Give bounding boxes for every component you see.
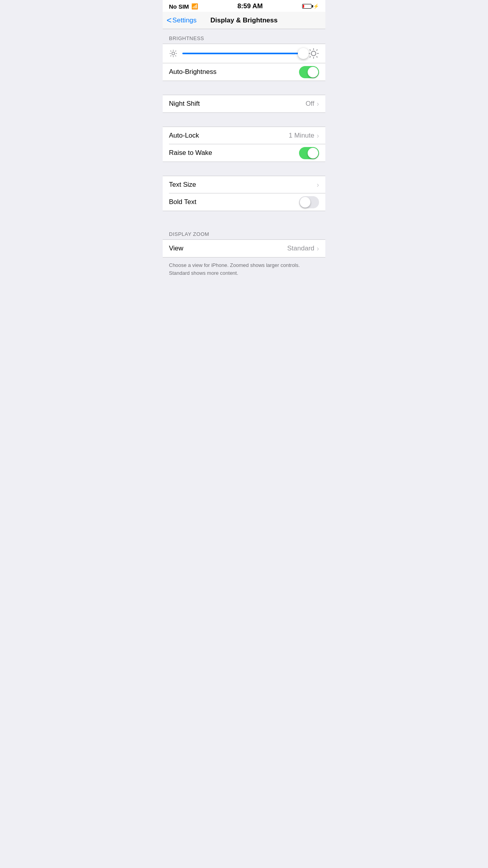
wifi-icon: 📶 xyxy=(191,3,198,9)
night-shift-value: Off xyxy=(306,100,314,108)
raise-to-wake-knob xyxy=(308,148,318,158)
view-value: Standard xyxy=(287,245,314,252)
display-zoom-header: DISPLAY ZOOM xyxy=(163,225,325,239)
sun-large-icon xyxy=(308,48,319,59)
auto-brightness-row[interactable]: Auto-Brightness xyxy=(163,63,325,81)
carrier-label: No SIM xyxy=(169,3,189,10)
text-size-chevron-icon: › xyxy=(317,181,319,189)
zoom-group: View Standard › xyxy=(163,239,325,257)
brightness-group: Auto-Brightness xyxy=(163,44,325,81)
back-button[interactable]: < Settings xyxy=(167,16,196,25)
auto-brightness-label: Auto-Brightness xyxy=(169,68,216,76)
brightness-section-header: BRIGHTNESS xyxy=(163,29,325,44)
text-size-row[interactable]: Text Size › xyxy=(163,176,325,193)
bold-text-label: Bold Text xyxy=(169,198,196,206)
nav-bar: < Settings Display & Brightness xyxy=(163,12,325,29)
spacer-2 xyxy=(163,113,325,127)
bold-text-row[interactable]: Bold Text xyxy=(163,193,325,211)
night-shift-value-container: Off › xyxy=(306,100,319,108)
raise-to-wake-row[interactable]: Raise to Wake xyxy=(163,144,325,162)
charging-icon: ⚡ xyxy=(313,4,319,9)
text-size-right: › xyxy=(317,181,319,189)
status-left: No SIM 📶 xyxy=(169,3,198,10)
svg-line-14 xyxy=(310,50,310,50)
auto-lock-row[interactable]: Auto-Lock 1 Minute › xyxy=(163,127,325,144)
view-value-container: Standard › xyxy=(287,245,319,253)
auto-lock-label: Auto-Lock xyxy=(169,132,199,140)
brightness-track[interactable] xyxy=(182,53,303,54)
bold-text-knob xyxy=(300,197,310,208)
back-label[interactable]: Settings xyxy=(172,17,196,24)
night-shift-label: Night Shift xyxy=(169,100,200,108)
night-shift-row[interactable]: Night Shift Off › xyxy=(163,95,325,112)
night-shift-group: Night Shift Off › xyxy=(163,95,325,113)
svg-line-15 xyxy=(316,56,317,57)
text-group: Text Size › Bold Text xyxy=(163,176,325,211)
svg-line-17 xyxy=(310,56,310,57)
page-title: Display & Brightness xyxy=(211,17,278,24)
auto-brightness-toggle[interactable] xyxy=(299,66,319,78)
auto-lock-chevron-icon: › xyxy=(317,132,319,140)
auto-lock-value-container: 1 Minute › xyxy=(289,132,319,140)
svg-line-16 xyxy=(316,50,317,50)
view-row[interactable]: View Standard › xyxy=(163,240,325,257)
battery-body xyxy=(302,4,312,9)
spacer-1 xyxy=(163,81,325,95)
auto-lock-value: 1 Minute xyxy=(289,132,314,140)
brightness-slider-row[interactable] xyxy=(163,44,325,63)
raise-to-wake-label: Raise to Wake xyxy=(169,149,212,157)
battery-fill xyxy=(303,5,304,8)
auto-brightness-knob xyxy=(308,67,318,77)
view-label: View xyxy=(169,245,183,252)
svg-line-6 xyxy=(175,55,176,56)
svg-point-0 xyxy=(172,52,174,55)
status-bar: No SIM 📶 8:59 AM ⚡ xyxy=(163,0,325,12)
status-right: ⚡ xyxy=(302,4,319,9)
svg-line-8 xyxy=(171,55,171,56)
text-size-label: Text Size xyxy=(169,181,196,189)
svg-line-7 xyxy=(175,51,176,51)
footer-note: Choose a view for iPhone. Zoomed shows l… xyxy=(163,257,325,285)
back-chevron-icon: < xyxy=(167,16,172,25)
svg-point-9 xyxy=(311,51,316,56)
status-time: 8:59 AM xyxy=(237,2,263,10)
spacer-3 xyxy=(163,162,325,176)
battery-indicator xyxy=(302,4,312,9)
sun-small-icon xyxy=(169,49,178,58)
view-chevron-icon: › xyxy=(317,245,319,253)
raise-to-wake-toggle[interactable] xyxy=(299,147,319,159)
display-group: Auto-Lock 1 Minute › Raise to Wake xyxy=(163,127,325,162)
svg-line-5 xyxy=(171,51,171,51)
brightness-thumb[interactable] xyxy=(298,48,309,59)
spacer-4 xyxy=(163,211,325,225)
night-shift-chevron-icon: › xyxy=(317,100,319,108)
bold-text-toggle[interactable] xyxy=(299,196,319,208)
